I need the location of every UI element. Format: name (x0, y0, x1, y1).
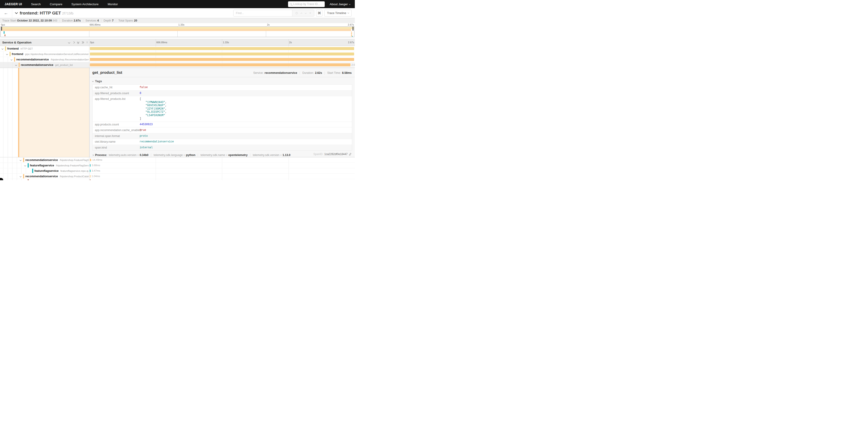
column-resize-grip[interactable]: ‖ (87, 41, 88, 44)
tag-value-line: "66VCHSJNUP", (140, 104, 167, 107)
span-collapse-toggle-icon[interactable] (15, 64, 17, 66)
span-duration-label: 1.04ms (92, 175, 100, 177)
span-collapse-toggle-icon[interactable] (20, 175, 22, 177)
span-row-name-column[interactable]: recommendationservice/hipstershop.Featur… (0, 157, 89, 163)
span-row[interactable]: featureflagservice/hipstershop.FeatureFl… (0, 163, 355, 168)
process-accordion-header[interactable]: Process: telemetry.auto.version = 0.34b0… (92, 153, 352, 157)
find-input[interactable] (234, 10, 292, 16)
tag-value: true (140, 128, 146, 132)
span-row-partial[interactable] (0, 179, 355, 180)
span-row-name-column[interactable]: frontendHTTP GET (0, 46, 89, 51)
span-bar[interactable] (90, 58, 354, 61)
span-row[interactable]: frontendHTTP GET (0, 46, 355, 51)
expand-all-icon[interactable] (82, 42, 84, 43)
span-row-name-column[interactable]: featureflagservice/hipstershop.FeatureFl… (0, 163, 89, 168)
tag-value: false (140, 86, 148, 89)
span-row-timeline[interactable]: 3.68ms (89, 163, 355, 168)
span-color-bar (23, 174, 24, 178)
span-row-name-column[interactable]: recommendationserviceget_product_list (0, 62, 89, 68)
process-kv: telemetry.auto.version = 0.34b0 (109, 153, 149, 157)
span-bar[interactable] (90, 63, 350, 66)
span-bar[interactable] (90, 47, 354, 50)
span-row-timeline[interactable]: 3.47ms (89, 168, 355, 174)
keyboard-shortcuts-button[interactable]: ⌘ (316, 10, 322, 17)
span-row-timeline[interactable]: 2.62s (89, 62, 355, 68)
nav-item-compare[interactable]: Compare (50, 2, 62, 6)
minimap-right-scrubber[interactable] (352, 27, 353, 31)
next-match-icon[interactable] (305, 12, 307, 13)
nav-item-system-architecture[interactable]: System Architecture (71, 2, 99, 6)
span-row-name-column[interactable]: recommendationservice/hipstershop.Produc… (0, 174, 89, 179)
trace-summary-bar: Trace StartOctober 22 2022, 22:10:09.543… (0, 18, 355, 23)
span-collapse-toggle-icon[interactable] (11, 59, 12, 60)
nav-item-search[interactable]: Search (31, 2, 41, 6)
span-detail-panel: get_product_list Service:recommendations… (89, 68, 355, 157)
span-row-timeline[interactable] (89, 46, 355, 51)
tag-row: app.products.count44530923 (93, 122, 352, 128)
span-row-timeline[interactable]: 1.04ms (89, 174, 355, 179)
span-bar[interactable] (90, 53, 354, 56)
tags-table: app.cache_hitfalseapp.filtered_products.… (92, 84, 352, 151)
span-row-name-column[interactable]: recommendationservice/hipstershop.Recomm… (0, 57, 89, 62)
process-kv: telemetry.sdk.name = opentelemetry (200, 153, 248, 157)
chevron-right-icon (92, 154, 94, 156)
trace-view-selector[interactable]: Trace Timeline (324, 10, 352, 17)
trace-id-lookup-input[interactable] (293, 2, 323, 6)
span-detail-info: Service:recommendationservice Duration:2… (253, 71, 352, 75)
back-button[interactable]: ← (0, 8, 12, 18)
tags-accordion-header[interactable]: Tags (90, 78, 355, 84)
span-row[interactable]: recommendationservice/hipstershop.Produc… (0, 174, 355, 179)
span-row[interactable]: recommendationserviceget_product_list2.6… (0, 62, 355, 68)
clear-find-icon[interactable]: × (309, 11, 311, 14)
span-row-name-column (0, 179, 89, 180)
span-bar[interactable] (90, 159, 91, 161)
indent-guide (12, 62, 12, 67)
collapse-one-icon[interactable] (68, 41, 70, 44)
minimap-span-mark (4, 35, 5, 36)
indent-guide (3, 157, 3, 163)
span-collapse-toggle-icon[interactable] (6, 53, 8, 55)
span-id: SpanID: 1ca2262df0e18447 (313, 153, 352, 156)
expand-one-icon[interactable] (73, 41, 75, 44)
span-row-name-column[interactable]: frontendgrpc.hipstershop.RecommendationS… (0, 51, 89, 57)
span-row[interactable]: featureflagservicefeatureflagservice.rep… (0, 168, 355, 174)
trace-id-lookup[interactable] (288, 1, 325, 7)
process-label: Process: (95, 153, 107, 157)
chevron-down-icon (347, 12, 349, 13)
minimap-canvas[interactable] (0, 27, 354, 37)
span-duration-label: 3.68ms (92, 164, 100, 167)
tag-key: app.products.count (95, 123, 140, 126)
link-icon[interactable] (349, 153, 352, 156)
collapse-all-icon[interactable] (78, 42, 79, 43)
find-group: × (233, 10, 314, 17)
about-jaeger-menu[interactable]: About Jaeger (330, 2, 350, 6)
span-bar[interactable] (90, 175, 91, 177)
span-bar[interactable] (90, 170, 91, 172)
prev-match-icon[interactable] (301, 12, 302, 14)
indent-guide (3, 168, 3, 173)
chevron-down-icon (349, 3, 350, 5)
nav-item-monitor[interactable]: Monitor (108, 2, 118, 6)
app-brand[interactable]: JAEGER UI (4, 2, 22, 6)
tag-row: internal.span.formatproto (93, 133, 352, 139)
span-row-timeline[interactable] (89, 51, 355, 57)
span-service-name: featureflagservice (30, 164, 54, 167)
trace-collapse-chevron-icon[interactable] (15, 11, 18, 14)
span-row[interactable]: recommendationservice/hipstershop.Recomm… (0, 57, 355, 62)
span-color-bar (14, 57, 15, 62)
span-row[interactable]: frontendgrpc.hipstershop.RecommendationS… (0, 51, 355, 57)
span-row[interactable]: recommendationservice/hipstershop.Featur… (0, 157, 355, 163)
span-service-name: featureflagservice (34, 169, 59, 173)
span-row-timeline[interactable] (89, 57, 355, 62)
span-collapse-toggle-icon[interactable] (24, 165, 26, 167)
span-collapse-toggle-icon[interactable] (20, 159, 22, 161)
span-bar[interactable] (90, 164, 91, 167)
span-row-timeline[interactable]: 14.49ms (89, 157, 355, 163)
minimap-left-scrubber[interactable] (1, 27, 2, 31)
focus-match-icon[interactable] (296, 12, 298, 14)
span-color-bar (9, 52, 11, 56)
span-rows-top: frontendHTTP GETfrontendgrpc.hipstershop… (0, 46, 355, 68)
detail-left-column (0, 68, 89, 157)
span-row-name-column[interactable]: featureflagservicefeatureflagservice.rep… (0, 168, 89, 174)
span-collapse-toggle-icon[interactable] (2, 48, 3, 50)
